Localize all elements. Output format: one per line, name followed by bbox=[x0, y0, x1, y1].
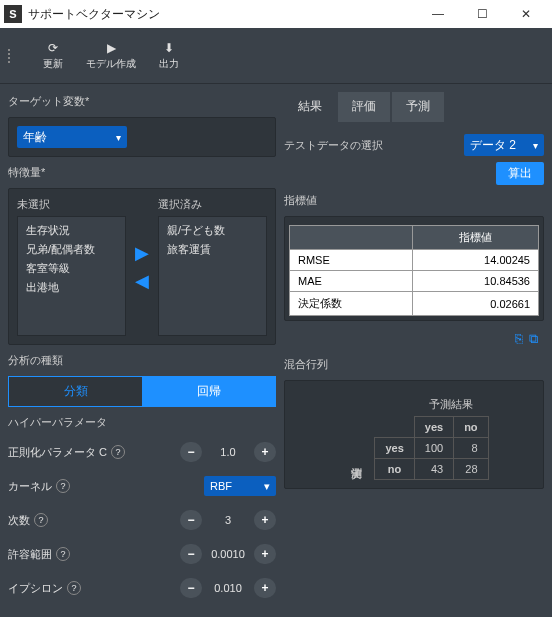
param-degree-stepper: − 3 + bbox=[180, 510, 276, 530]
decrement-button[interactable]: − bbox=[180, 578, 202, 598]
selected-header: 選択済み bbox=[158, 197, 267, 212]
increment-button[interactable]: + bbox=[254, 578, 276, 598]
param-tol-stepper: − 0.0010 + bbox=[180, 544, 276, 564]
toolbar: ⟳ 更新 ▶ モデル作成 ⬇ 出力 bbox=[0, 28, 552, 84]
chevron-down-icon: ▾ bbox=[264, 480, 270, 493]
calculate-button[interactable]: 算出 bbox=[496, 162, 544, 185]
decrement-button[interactable]: − bbox=[180, 442, 202, 462]
help-icon[interactable]: ? bbox=[56, 547, 70, 561]
target-variable-label: ターゲット変数* bbox=[8, 94, 276, 109]
popout-icon[interactable]: ⧉ bbox=[529, 331, 538, 347]
chevron-down-icon: ▾ bbox=[533, 140, 538, 151]
features-label: 特徴量* bbox=[8, 165, 276, 180]
move-left-button[interactable]: ◀ bbox=[135, 270, 149, 292]
analysis-type-label: 分析の種類 bbox=[8, 353, 276, 368]
list-item[interactable]: 生存状況 bbox=[22, 221, 121, 240]
help-icon[interactable]: ? bbox=[34, 513, 48, 527]
param-c-label: 正則化パラメータ C bbox=[8, 445, 107, 460]
hyperparam-label: ハイパーパラメータ bbox=[8, 415, 276, 430]
selected-listbox[interactable]: 親/子ども数 旅客運賃 bbox=[158, 216, 267, 336]
tab-eval[interactable]: 評価 bbox=[338, 92, 390, 122]
testdata-select[interactable]: データ 2 ▾ bbox=[464, 134, 544, 156]
unselected-header: 未選択 bbox=[17, 197, 126, 212]
list-item[interactable]: 旅客運賃 bbox=[163, 240, 262, 259]
drag-handle[interactable] bbox=[8, 49, 16, 63]
param-c-stepper: − 1.0 + bbox=[180, 442, 276, 462]
testdata-label: テストデータの選択 bbox=[284, 138, 383, 153]
chevron-down-icon: ▾ bbox=[116, 132, 121, 143]
confusion-matrix: 予測結果 yesno 実測値yes1008 no4328 bbox=[293, 393, 535, 480]
param-tol-value[interactable]: 0.0010 bbox=[204, 548, 252, 560]
metrics-table: 指標値 RMSE14.00245 MAE10.84536 決定係数0.02661 bbox=[289, 225, 539, 316]
list-item[interactable]: 出港地 bbox=[22, 278, 121, 297]
app-logo: S bbox=[4, 5, 22, 23]
kernel-select[interactable]: RBF ▾ bbox=[204, 476, 276, 496]
param-eps-stepper: − 0.010 + bbox=[180, 578, 276, 598]
tab-result[interactable]: 結果 bbox=[284, 92, 336, 122]
decrement-button[interactable]: − bbox=[180, 544, 202, 564]
window-title: サポートベクターマシン bbox=[28, 6, 416, 23]
copy-icon[interactable]: ⎘ bbox=[515, 331, 523, 347]
metrics-label: 指標値 bbox=[284, 193, 544, 208]
model-build-button[interactable]: ▶ モデル作成 bbox=[86, 41, 136, 71]
move-right-button[interactable]: ▶ bbox=[135, 242, 149, 264]
download-icon: ⬇ bbox=[164, 41, 174, 55]
output-button[interactable]: ⬇ 出力 bbox=[144, 41, 194, 71]
list-item[interactable]: 親/子ども数 bbox=[163, 221, 262, 240]
help-icon[interactable]: ? bbox=[67, 581, 81, 595]
list-item[interactable]: 兄弟/配偶者数 bbox=[22, 240, 121, 259]
minimize-button[interactable]: — bbox=[416, 0, 460, 28]
unselected-listbox[interactable]: 生存状況 兄弟/配偶者数 客室等級 出港地 bbox=[17, 216, 126, 336]
segment-classification[interactable]: 分類 bbox=[9, 377, 142, 406]
target-variable-select[interactable]: 年齢 ▾ bbox=[17, 126, 127, 148]
param-degree-label: 次数 bbox=[8, 513, 30, 528]
analysis-type-segment: 分類 回帰 bbox=[8, 376, 276, 407]
list-item[interactable]: 客室等級 bbox=[22, 259, 121, 278]
increment-button[interactable]: + bbox=[254, 510, 276, 530]
play-icon: ▶ bbox=[107, 41, 116, 55]
help-icon[interactable]: ? bbox=[56, 479, 70, 493]
confusion-matrix-label: 混合行列 bbox=[284, 357, 544, 372]
increment-button[interactable]: + bbox=[254, 544, 276, 564]
param-eps-value[interactable]: 0.010 bbox=[204, 582, 252, 594]
increment-button[interactable]: + bbox=[254, 442, 276, 462]
param-kernel-label: カーネル bbox=[8, 479, 52, 494]
help-icon[interactable]: ? bbox=[111, 445, 125, 459]
decrement-button[interactable]: − bbox=[180, 510, 202, 530]
tab-predict[interactable]: 予測 bbox=[392, 92, 444, 122]
param-tol-label: 許容範囲 bbox=[8, 547, 52, 562]
param-eps-label: イプシロン bbox=[8, 581, 63, 596]
update-button[interactable]: ⟳ 更新 bbox=[28, 41, 78, 71]
segment-regression[interactable]: 回帰 bbox=[142, 377, 275, 406]
result-tabs: 結果 評価 予測 bbox=[284, 92, 544, 122]
refresh-icon: ⟳ bbox=[48, 41, 58, 55]
param-degree-value[interactable]: 3 bbox=[204, 514, 252, 526]
close-button[interactable]: ✕ bbox=[504, 0, 548, 28]
param-c-value[interactable]: 1.0 bbox=[204, 446, 252, 458]
title-bar: S サポートベクターマシン — ☐ ✕ bbox=[0, 0, 552, 28]
maximize-button[interactable]: ☐ bbox=[460, 0, 504, 28]
